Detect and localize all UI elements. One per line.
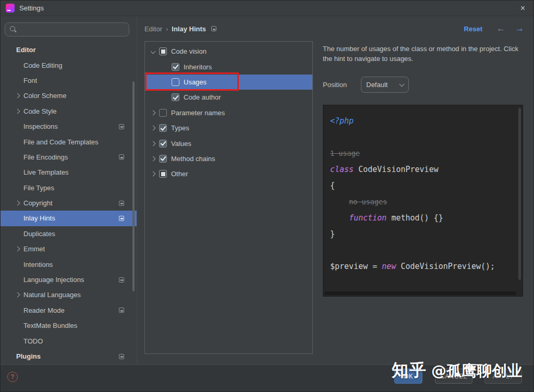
watermark-handle: @孤鹰聊创业 <box>431 362 522 379</box>
forward-arrow-icon[interactable]: → <box>515 23 524 34</box>
breadcrumb-separator-icon: › <box>166 25 168 33</box>
search-icon <box>10 26 17 33</box>
checkbox-code-vision[interactable] <box>159 47 167 55</box>
detail-pane: The number of usages of the class or met… <box>323 41 522 364</box>
question-mark-icon: ? <box>10 373 14 381</box>
tree-item-types[interactable]: Types <box>145 120 312 136</box>
code-token: } <box>330 229 335 239</box>
tree-item-code-author[interactable]: Code author <box>145 90 312 105</box>
usage-hint: 1 usage <box>330 149 360 157</box>
titlebar: Settings × <box>1 1 533 16</box>
checkbox-parameter-names[interactable] <box>159 109 167 117</box>
sidebar-item-code-editing[interactable]: Code Editing <box>1 57 137 72</box>
sidebar-item-emmet[interactable]: Emmet <box>1 241 137 256</box>
tree-item-method-chains[interactable]: Method chains <box>145 151 312 166</box>
position-label: Position <box>323 81 347 89</box>
project-settings-icon <box>119 124 124 129</box>
sidebar-item-inlay-hints[interactable]: Inlay Hints <box>1 211 137 226</box>
sidebar-item-todo[interactable]: TODO <box>1 333 137 348</box>
breadcrumb-section[interactable]: Editor <box>144 25 162 33</box>
watermark-brand: 知乎 <box>392 360 427 380</box>
app-logo-icon <box>6 4 15 13</box>
sidebar-item-live-templates[interactable]: Live Templates <box>1 165 137 180</box>
code-line: { <box>330 178 523 194</box>
checkbox-usages[interactable] <box>172 78 179 86</box>
settings-scope-icon <box>211 26 216 31</box>
search-input[interactable] <box>5 22 129 36</box>
tree-item-code-vision[interactable]: Code vision <box>145 44 312 59</box>
chevron-down-icon[interactable] <box>151 49 156 54</box>
chevron-right-icon <box>15 247 20 252</box>
sidebar-item-natural-languages[interactable]: Natural Languages <box>1 287 137 302</box>
checkbox-code-author[interactable] <box>172 93 179 101</box>
checkbox-inheritors[interactable] <box>172 63 179 71</box>
code-line: } <box>330 226 523 242</box>
code-line: no usages <box>330 194 523 210</box>
code-token: $preview = <box>330 262 382 271</box>
watermark: 知乎@孤鹰聊创业 <box>392 359 522 382</box>
sidebar-item-copyright[interactable]: Copyright <box>1 195 137 211</box>
breadcrumb-page: Inlay Hints <box>172 25 206 33</box>
checkbox-other[interactable] <box>159 170 167 178</box>
code-scrollbar-vertical[interactable] <box>518 108 521 280</box>
code-line <box>330 129 523 145</box>
chevron-right-icon[interactable] <box>151 156 156 161</box>
tree-item-other[interactable]: Other <box>145 166 312 181</box>
sidebar-item-duplicates[interactable]: Duplicates <box>1 226 137 241</box>
settings-sidebar: Editor Code Editing Font Color Scheme Co… <box>1 16 137 364</box>
chevron-right-icon[interactable] <box>151 110 156 115</box>
settings-window: Settings × Editor Code Editing Font Colo… <box>0 0 534 392</box>
chevron-right-icon[interactable] <box>151 141 156 146</box>
sidebar-item-file-types[interactable]: File Types <box>1 180 137 195</box>
sidebar-item-font[interactable]: Font <box>1 73 137 88</box>
project-settings-icon <box>119 154 124 160</box>
close-button[interactable]: × <box>517 3 528 14</box>
project-settings-icon <box>119 201 124 206</box>
code-line: <?php <box>330 113 523 129</box>
chevron-down-icon <box>399 81 405 87</box>
position-dropdown[interactable]: Default <box>361 77 409 93</box>
checkbox-types[interactable] <box>159 124 167 132</box>
project-settings-icon <box>119 308 124 313</box>
chevron-right-icon[interactable] <box>151 126 156 131</box>
code-token: <?php <box>330 116 354 126</box>
close-icon: × <box>520 4 525 13</box>
inlay-hints-tree: Code vision Inheritors Usages Code autho… <box>144 41 313 354</box>
breadcrumb: Editor › Inlay Hints Reset ← → <box>144 23 524 34</box>
chevron-right-icon <box>15 93 20 99</box>
code-token: method() {} <box>386 213 443 223</box>
sidebar-item-inspections[interactable]: Inspections <box>1 119 137 134</box>
reset-link[interactable]: Reset <box>464 25 482 33</box>
tree-item-parameter-names[interactable]: Parameter names <box>145 105 312 120</box>
chevron-right-icon <box>15 292 20 298</box>
sidebar-item-reader-mode[interactable]: Reader Mode <box>1 303 137 318</box>
sidebar-item-color-scheme[interactable]: Color Scheme <box>1 88 137 103</box>
dialog-footer: ? OK CANCEL APPLY 知乎@孤鹰聊创业 <box>1 364 533 391</box>
settings-content: Editor › Inlay Hints Reset ← → Code visi… <box>138 16 533 364</box>
checkbox-values[interactable] <box>159 140 167 148</box>
code-line: 1 usage <box>330 145 523 162</box>
chevron-right-icon <box>15 108 20 114</box>
tree-item-inheritors[interactable]: Inheritors <box>145 59 312 74</box>
code-line: $preview = new CodeVisionPreview(); <box>330 259 523 275</box>
chevron-right-icon[interactable] <box>151 172 156 177</box>
code-scrollbar-horizontal[interactable] <box>324 291 516 295</box>
sidebar-item-file-encodings[interactable]: File Encodings <box>1 150 137 165</box>
position-value: Default <box>366 81 387 89</box>
tree-item-values[interactable]: Values <box>145 136 312 151</box>
sidebar-item-language-injections[interactable]: Language Injections <box>1 272 137 287</box>
sidebar-item-code-style[interactable]: Code Style <box>1 104 137 119</box>
back-arrow-icon[interactable]: ← <box>496 23 505 34</box>
code-token: class <box>330 165 354 174</box>
help-button[interactable]: ? <box>7 372 18 382</box>
sidebar-scrollbar[interactable] <box>132 81 135 291</box>
sidebar-item-plugins[interactable]: Plugins <box>1 349 137 364</box>
project-settings-icon <box>119 277 124 283</box>
sidebar-item-intentions[interactable]: Intentions <box>1 256 137 272</box>
sidebar-item-textmate-bundles[interactable]: TextMate Bundles <box>1 318 137 333</box>
checkbox-method-chains[interactable] <box>159 155 167 163</box>
tree-item-usages[interactable]: Usages <box>145 75 312 90</box>
sidebar-item-editor[interactable]: Editor <box>1 42 137 57</box>
sidebar-item-file-and-code-templates[interactable]: File and Code Templates <box>1 134 137 149</box>
code-token: CodeVisionPreview <box>354 165 439 174</box>
